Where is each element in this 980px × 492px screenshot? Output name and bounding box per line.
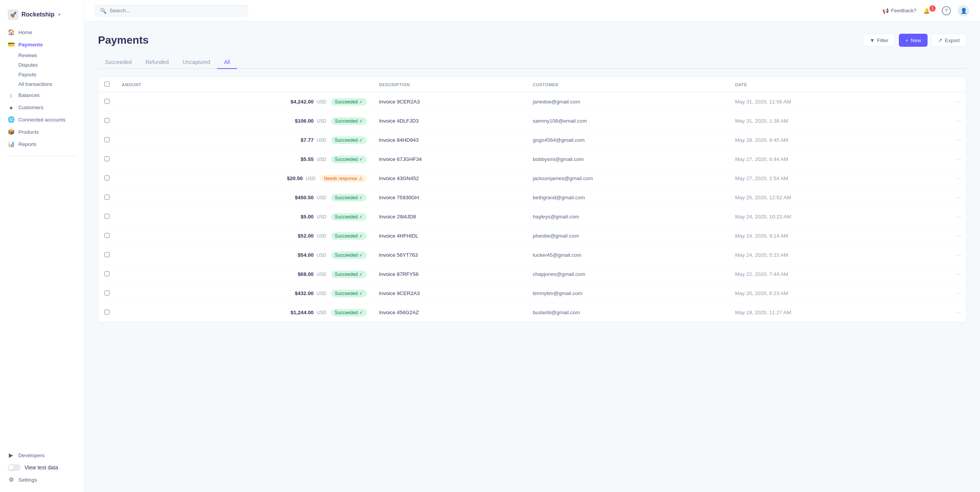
sidebar-item-developers[interactable]: ▶ Developers [0, 449, 84, 461]
row-more-button[interactable]: ··· [920, 284, 966, 303]
payouts-label: Payouts [18, 72, 36, 77]
row-checkbox-6[interactable] [105, 214, 109, 219]
row-more-button[interactable]: ··· [920, 131, 966, 150]
toggle-knob [8, 465, 14, 470]
export-button[interactable]: ↗ Export [931, 34, 966, 47]
sidebar-item-home[interactable]: 🏠 Home [0, 26, 84, 38]
row-more-button[interactable]: ··· [920, 207, 966, 226]
row-checkbox-cell [98, 131, 116, 150]
sidebar-item-label-customers: Customers [18, 105, 43, 110]
payments-table-container: Amount Description Customer Date $4,242.… [98, 77, 966, 322]
header-actions: 📢 Feedback? 🔔 1 ? 👤 [882, 5, 969, 16]
row-customer: bethgrand@gmail.com [527, 188, 729, 207]
sidebar-item-reviews[interactable]: Reviews [18, 51, 84, 60]
row-more-button[interactable]: ··· [920, 246, 966, 265]
row-checkbox-3[interactable] [105, 156, 109, 161]
row-checkbox-11[interactable] [105, 310, 109, 315]
row-customer: timmytim@gmail.com [527, 284, 729, 303]
sidebar-item-payments[interactable]: 💳 Payments [0, 38, 84, 51]
row-checkbox-cell [98, 284, 116, 303]
row-checkbox-8[interactable] [105, 252, 109, 257]
row-more-button[interactable]: ··· [920, 150, 966, 169]
app-logo[interactable]: 🚀 Rocketship ▾ [0, 6, 84, 26]
sidebar-item-payouts[interactable]: Payouts [18, 70, 84, 79]
row-checkbox-10[interactable] [105, 290, 109, 295]
products-icon: 📦 [8, 128, 15, 135]
tab-all[interactable]: All [217, 56, 237, 69]
row-more-button[interactable]: ··· [920, 92, 966, 112]
row-description: Invoice 75930GH [373, 188, 527, 207]
connected-accounts-icon: 🌐 [8, 116, 15, 123]
sidebar-item-all-transactions[interactable]: All transactions [18, 79, 84, 89]
new-button[interactable]: + New [899, 34, 928, 47]
row-date: May 25, 2020, 12:52 AM [729, 188, 920, 207]
table-row: $432.00 USD Succeeded ✓ Invoice 9CER2A3 … [98, 284, 966, 303]
row-checkbox-4[interactable] [105, 175, 109, 180]
page-content: Payments ▼ Filter + New ↗ Export Succeed… [84, 21, 980, 492]
row-more-button[interactable]: ··· [920, 112, 966, 131]
main-content: 🔍 📢 Feedback? 🔔 1 ? 👤 Payments [84, 0, 980, 492]
row-checkbox-0[interactable] [105, 99, 109, 104]
row-checkbox-9[interactable] [105, 271, 109, 276]
row-more-button[interactable]: ··· [920, 169, 966, 188]
row-customer: chapjones@gmail.com [527, 265, 729, 284]
row-checkbox-7[interactable] [105, 233, 109, 238]
search-bar[interactable]: 🔍 [95, 5, 248, 16]
sidebar-item-view-test-data[interactable]: View test data [0, 461, 84, 474]
sidebar-item-disputes[interactable]: Disputes [18, 60, 84, 70]
user-avatar[interactable]: 👤 [958, 5, 969, 16]
row-amount: $7.77 USD Succeeded ✓ [116, 131, 373, 150]
row-date: May 31, 2020, 1:38 AM [729, 112, 920, 131]
row-date: May 22, 2020, 7:44 AM [729, 265, 920, 284]
payments-icon: 💳 [8, 41, 15, 48]
tabs: Succeeded Refunded Uncaptured All [98, 56, 966, 69]
filter-button[interactable]: ▼ Filter [863, 34, 895, 47]
select-all-checkbox[interactable] [105, 82, 109, 87]
row-more-button[interactable]: ··· [920, 303, 966, 322]
row-date: May 24, 2020, 9:14 AM [729, 226, 920, 246]
sidebar-item-connected-accounts[interactable]: 🌐 Connected accounts [0, 113, 84, 126]
tab-refunded[interactable]: Refunded [139, 56, 176, 69]
test-data-toggle[interactable] [8, 464, 21, 471]
sidebar-item-products[interactable]: 📦 Products [0, 126, 84, 138]
help-button[interactable]: ? [942, 6, 951, 15]
row-description: Invoice 84HD943 [373, 131, 527, 150]
row-checkbox-2[interactable] [105, 137, 109, 142]
row-amount: $5.00 USD Succeeded ✓ [116, 207, 373, 226]
page-title: Payments [98, 34, 149, 46]
feedback-icon: 📢 [882, 8, 889, 14]
description-header: Description [373, 77, 527, 92]
row-more-button[interactable]: ··· [920, 265, 966, 284]
settings-icon: ⚙ [8, 476, 15, 483]
row-more-button[interactable]: ··· [920, 226, 966, 246]
status-badge: Succeeded ✓ [331, 117, 367, 125]
row-customer: bobbysmi@gmail.com [527, 150, 729, 169]
search-input[interactable] [109, 8, 243, 13]
sidebar-item-balances[interactable]: ↕ Balances [0, 89, 84, 101]
sidebar-item-label-balances: Balances [18, 92, 40, 98]
table-row: $450.50 USD Succeeded ✓ Invoice 75930GH … [98, 188, 966, 207]
date-header: Date [729, 77, 920, 92]
feedback-label: Feedback? [891, 8, 916, 13]
sidebar-item-label-products: Products [18, 129, 39, 135]
tab-succeeded-label: Succeeded [105, 59, 132, 65]
row-description: Invoice 9CER2A3 [373, 284, 527, 303]
row-checkbox-cell [98, 92, 116, 112]
sidebar-item-settings[interactable]: ⚙ Settings [0, 474, 84, 486]
sidebar-item-reports[interactable]: 📊 Reports [0, 138, 84, 150]
feedback-button[interactable]: 📢 Feedback? [882, 8, 916, 14]
sidebar-item-customers[interactable]: ● Customers [0, 101, 84, 113]
export-icon: ↗ [938, 37, 942, 43]
notifications-button[interactable]: 🔔 1 [923, 8, 935, 14]
row-description: Invoice 456G2AZ [373, 303, 527, 322]
tab-succeeded[interactable]: Succeeded [98, 56, 139, 69]
tab-uncaptured[interactable]: Uncaptured [176, 56, 217, 69]
status-badge: Succeeded ✓ [331, 213, 367, 221]
row-amount: $68.00 USD Succeeded ✓ [116, 265, 373, 284]
row-more-button[interactable]: ··· [920, 188, 966, 207]
row-customer: hayleys@gmail.com [527, 207, 729, 226]
row-checkbox-1[interactable] [105, 118, 109, 123]
filter-icon: ▼ [870, 38, 875, 43]
user-icon: 👤 [960, 8, 967, 14]
row-checkbox-5[interactable] [105, 195, 109, 200]
